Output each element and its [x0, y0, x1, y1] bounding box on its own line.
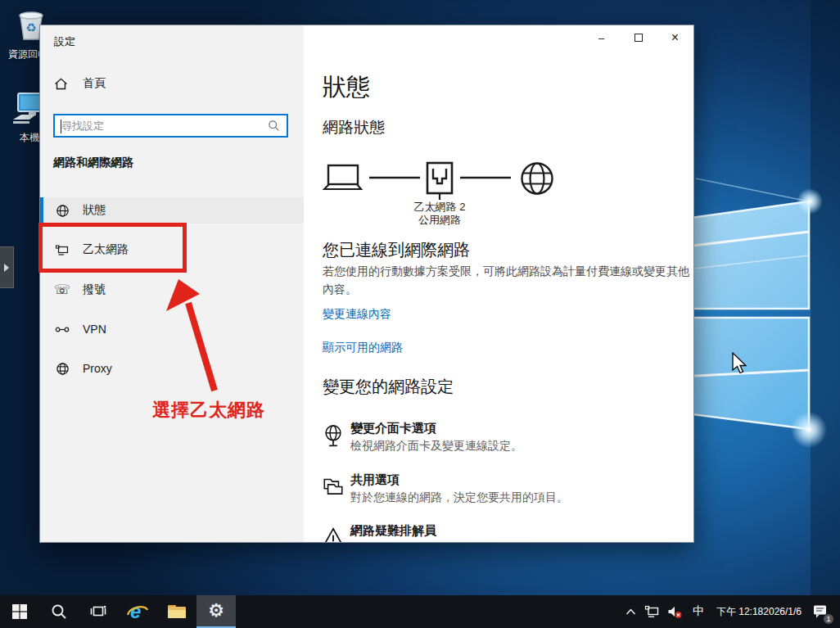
taskbar: e ⚙	[0, 595, 840, 628]
internet-explorer-button[interactable]: e	[118, 595, 157, 628]
adapter-globe-icon	[321, 423, 345, 448]
selected-accent-bar	[40, 197, 43, 224]
ethernet-port-icon	[427, 163, 452, 200]
search-input[interactable]	[55, 120, 268, 132]
connection-name: 乙太網路 2	[382, 201, 497, 214]
connected-description: 若您使用的行動數據方案受限，可將此網路設為計量付費連線或變更其他內容。	[323, 262, 689, 298]
sidebar-item-status[interactable]: 狀態	[40, 197, 304, 224]
globe-icon	[54, 204, 70, 218]
screen: ♻ 資源回收筒 本機 設定 – ×	[0, 0, 840, 628]
dialup-icon: ☏	[54, 283, 70, 296]
svg-text:♻: ♻	[25, 20, 36, 34]
change-settings-heading: 變更您的網路設定	[323, 376, 454, 398]
file-explorer-icon	[168, 605, 186, 618]
tray-time: 下午 12:18	[716, 606, 763, 618]
text-caret	[61, 120, 61, 133]
sidebar-item-dialup[interactable]: ☏ 撥號	[40, 277, 304, 303]
sidebar-item-label: 撥號	[83, 282, 106, 297]
home-icon	[54, 77, 68, 91]
network-status-heading: 網路狀態	[323, 117, 385, 138]
task-view-button[interactable]	[79, 595, 118, 628]
connected-heading: 您已連線到網際網路	[323, 239, 470, 261]
settings-taskbar-button[interactable]: ⚙	[196, 595, 236, 628]
status-page: 狀態 網路狀態	[304, 25, 694, 543]
sidebar-item-label: 狀態	[83, 203, 106, 218]
tray-volume-muted-icon[interactable]	[663, 595, 687, 628]
connection-label: 乙太網路 2 公用網路	[382, 201, 497, 227]
tray-chevron-up-icon[interactable]	[621, 595, 640, 628]
setting-item-title[interactable]: 共用選項	[350, 472, 400, 488]
proxy-icon	[54, 362, 70, 376]
tray-network-icon[interactable]	[640, 595, 663, 628]
network-diagram	[323, 161, 568, 201]
sidebar-item-proxy[interactable]: Proxy	[40, 355, 304, 382]
gear-icon: ⚙	[208, 600, 224, 621]
connection-type: 公用網路	[382, 214, 497, 227]
task-view-icon	[90, 604, 106, 619]
change-connection-link[interactable]: 變更連線內容	[323, 307, 391, 322]
ethernet-icon	[54, 243, 70, 257]
search-icon[interactable]	[268, 120, 280, 132]
taskbar-search-button[interactable]	[39, 595, 79, 628]
notification-badge: 1	[824, 614, 833, 624]
window-title: 設定	[54, 34, 75, 49]
internet-globe-icon	[522, 164, 553, 194]
vpn-icon	[54, 323, 70, 337]
sidebar-item-label: Proxy	[83, 362, 112, 375]
setting-item-desc: 檢視網路介面卡及變更連線設定。	[350, 439, 522, 454]
warning-triangle-icon	[321, 526, 345, 543]
sharing-folders-icon	[321, 474, 345, 499]
show-networks-link[interactable]: 顯示可用的網路	[323, 341, 403, 355]
flyout-arrow-icon	[4, 264, 9, 272]
sidebar-item-vpn[interactable]: VPN	[40, 316, 304, 342]
home-label: 首頁	[83, 76, 106, 91]
setting-item-title[interactable]: 變更介面卡選項	[350, 421, 436, 436]
action-center-button[interactable]: 1	[808, 595, 840, 628]
system-tray: 中 下午 12:18 2026/1/6 1	[621, 595, 840, 628]
laptop-icon	[324, 165, 361, 189]
windows-logo-icon	[12, 604, 27, 619]
sidebar-home[interactable]: 首頁	[54, 76, 106, 91]
setting-item-title[interactable]: 網路疑難排解員	[350, 523, 436, 539]
file-explorer-button[interactable]	[157, 595, 196, 628]
sidebar-item-ethernet[interactable]: 乙太網路	[40, 237, 304, 263]
console-flyout-tab[interactable]	[0, 246, 14, 288]
setting-item-desc: 診斷及修正網路問題	[350, 541, 454, 543]
setting-item-desc: 對於您連線的網路，決定您要共用的項目。	[350, 490, 568, 505]
internet-explorer-icon: e	[126, 601, 149, 622]
tray-ime-indicator[interactable]: 中	[687, 595, 710, 628]
start-button[interactable]	[0, 595, 39, 628]
settings-search-box[interactable]	[53, 114, 288, 138]
page-title: 狀態	[323, 71, 370, 104]
search-icon	[51, 603, 67, 620]
sidebar-item-label: 乙太網路	[83, 242, 129, 257]
settings-window: 設定 – × 首頁 網路和網際網路	[39, 25, 694, 543]
sidebar-item-label: VPN	[83, 323, 106, 336]
tray-clock[interactable]: 下午 12:18 2026/1/6	[710, 595, 808, 628]
tray-date: 2026/1/6	[763, 606, 802, 618]
sidebar-section-title: 網路和網際網路	[53, 156, 133, 170]
svg-text:e: e	[130, 601, 141, 622]
